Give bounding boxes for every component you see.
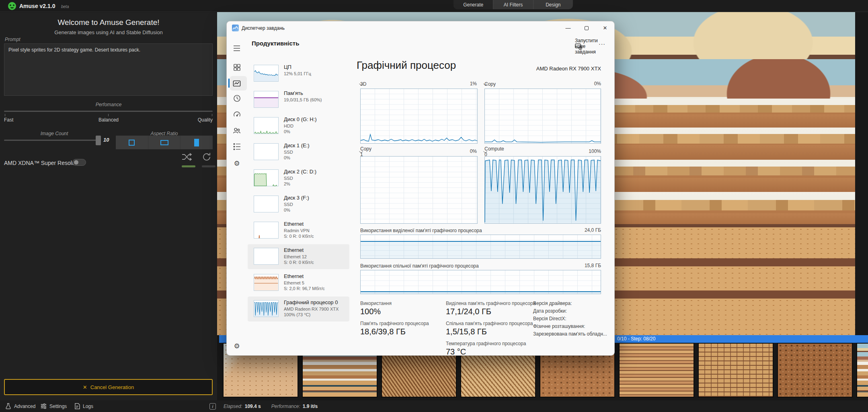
tab-design[interactable]: Design — [534, 0, 573, 9]
shuffle-button[interactable] — [182, 152, 195, 165]
dedicated-memory-fill — [361, 241, 601, 258]
chart-value-copy1: 0% — [453, 148, 477, 154]
aspect-square-button[interactable] — [116, 136, 148, 149]
shuffle-active-indicator — [182, 165, 195, 167]
logs-label: Logs — [83, 404, 93, 409]
list-item-sub: 12% 5,01 ГГц — [284, 71, 311, 76]
list-item-title[interactable]: Ethernet — [284, 247, 304, 253]
dedicated-label: Виділена пам'ять графічного процесора — [446, 301, 536, 306]
driver-date-label: Дата розробки: — [533, 308, 567, 314]
list-item-title[interactable]: Диск 3 (F:) — [284, 195, 309, 201]
sliders-icon — [40, 403, 47, 410]
nav-selected-indicator — [228, 78, 230, 88]
refresh-icon — [202, 152, 211, 161]
settings-gear-button[interactable]: ⚙ — [232, 342, 241, 350]
prompt-input[interactable]: Pixel style sprites for 2D strategy game… — [4, 43, 213, 96]
nav-users[interactable] — [232, 126, 241, 135]
refresh-button[interactable] — [202, 152, 215, 165]
image-count-slider[interactable] — [4, 140, 101, 141]
cancel-generation-button[interactable]: ✕ Cancel Generation — [4, 379, 213, 395]
shared-memory-fill — [361, 291, 601, 294]
image-count-handle[interactable] — [96, 136, 101, 145]
screen: 0/10 - Step: 08/20 Amuse v2.1.0 beta Gen… — [0, 0, 868, 412]
list-item-sub: 0% — [284, 129, 290, 134]
list-item-title[interactable]: Диск 1 (E:) — [284, 142, 310, 148]
close-button[interactable]: ✕ — [596, 21, 614, 35]
list-item-title[interactable]: Диск 0 (G: H:) — [284, 116, 317, 122]
disk1-mini-chart[interactable] — [254, 143, 279, 160]
memory-mini-chart[interactable] — [254, 91, 279, 108]
nav-processes[interactable] — [232, 63, 241, 72]
progress-text: 0/10 - Step: 08/20 — [617, 336, 655, 342]
nav-services[interactable]: ⚙ — [232, 159, 241, 168]
thumbnail[interactable] — [698, 343, 774, 398]
list-item-sub: Radmin VPN — [284, 228, 310, 233]
list-item-title[interactable]: Ethernet — [284, 221, 304, 227]
performance-slider[interactable] — [4, 111, 213, 112]
nav-app-history[interactable] — [232, 94, 241, 103]
details-list-icon — [233, 143, 241, 150]
list-item-title[interactable]: Диск 2 (C: D:) — [284, 169, 316, 175]
dedicated-memory-chart-label: Використання виділеної пам'яті графічног… — [360, 227, 482, 234]
hamburger-icon — [233, 45, 240, 51]
list-item-sub: SSD — [284, 150, 293, 154]
list-item-sub: Ethernet 12 — [284, 254, 307, 259]
page-title: Продуктивність — [252, 40, 299, 47]
thumbnail[interactable] — [777, 343, 853, 398]
performance-value: 1.9 it/s — [303, 404, 318, 409]
logs-icon — [74, 403, 80, 410]
shared-memory-chart-label: Використання спільної пам'яті графічного… — [360, 263, 479, 269]
ethernet-mini-chart[interactable] — [254, 222, 279, 239]
amuse-logo-icon — [8, 2, 16, 10]
welcome-subtitle: Generate images using AI and Stable Diff… — [0, 29, 217, 35]
thumbnail[interactable] — [856, 343, 868, 398]
list-item-sub: 2% — [284, 181, 290, 186]
advanced-button[interactable]: Advanced — [5, 400, 35, 412]
status-bar: Advanced Settings Logs i Elapsed: 109.4 … — [0, 400, 868, 412]
shared-label: Спільна пам'ять графічного процесора — [446, 321, 533, 326]
performance-label: Performance: — [271, 404, 300, 409]
logs-button[interactable]: Logs — [74, 400, 93, 412]
ethernet5-mini-chart[interactable] — [254, 274, 279, 291]
nav-details[interactable] — [232, 142, 241, 151]
minimize-button[interactable]: — — [559, 21, 577, 35]
gpu-memory-label: Пам'ять графічного процесора — [360, 321, 429, 326]
tab-ai-filters[interactable]: AI Filters — [493, 0, 533, 9]
performance-icon — [233, 80, 241, 87]
disk2-mini-chart[interactable] — [254, 169, 279, 186]
more-options-button[interactable]: ··· — [599, 41, 605, 47]
nav-performance[interactable] — [232, 79, 241, 88]
list-item-sub: 0% — [284, 155, 290, 160]
amd-xdna-toggle[interactable] — [72, 159, 86, 166]
disk0-mini-chart[interactable] — [254, 117, 279, 134]
users-icon — [233, 127, 241, 134]
maximize-button[interactable] — [577, 21, 596, 35]
thumbnail[interactable] — [619, 343, 694, 398]
list-item-title[interactable]: Графічний процесор 0 — [284, 299, 338, 305]
run-new-task-button[interactable]: Запустити нове завдання — [575, 41, 582, 51]
disk3-mini-chart[interactable] — [254, 196, 279, 212]
ethernet12-mini-chart[interactable] — [254, 248, 279, 265]
aspect-landscape-button[interactable] — [148, 136, 181, 149]
hamburger-menu-button[interactable] — [232, 44, 241, 53]
slider-tick — [108, 114, 109, 116]
info-icon[interactable]: i — [209, 403, 216, 410]
gpu-mini-chart[interactable] — [254, 300, 279, 317]
list-item-title[interactable]: ЦП — [284, 64, 291, 70]
nav-startup-apps[interactable] — [232, 110, 241, 119]
history-clock-icon — [233, 95, 241, 102]
task-manager-app-icon — [232, 25, 239, 31]
list-item-title[interactable]: Ethernet — [284, 273, 304, 279]
settings-button[interactable]: Settings — [40, 400, 67, 412]
aspect-portrait-button[interactable] — [181, 136, 213, 149]
tab-generate[interactable]: Generate — [453, 0, 493, 9]
cpu-mini-chart[interactable] — [254, 65, 279, 82]
advanced-label: Advanced — [14, 404, 35, 409]
chart-value-3d: 1% — [453, 81, 477, 87]
physical-location-label: Фізичне розташування: — [533, 323, 585, 329]
chart-copy1 — [360, 156, 478, 224]
list-item-sub: SSD — [284, 202, 293, 207]
list-item-sub: SSD — [284, 176, 293, 181]
memory-fill — [254, 97, 278, 107]
list-item-title[interactable]: Пам'ять — [284, 90, 303, 96]
